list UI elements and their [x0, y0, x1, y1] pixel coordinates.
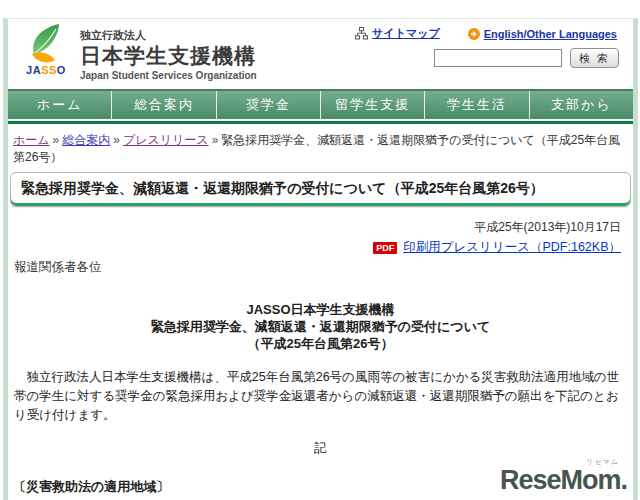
- org-name-label: 日本学生支援機構: [80, 44, 257, 68]
- nav-item-international-support[interactable]: 留学生支援: [320, 91, 424, 119]
- breadcrumb: ホーム»総合案内»プレスリリース»緊急採用奨学金、減額返還・返還期限猶予の受付に…: [8, 124, 633, 166]
- arrow-circle-icon: [468, 28, 480, 40]
- resemom-logo-text: ReseMom.: [500, 465, 627, 495]
- org-type-label: 独立行政法人: [80, 29, 257, 42]
- search-area: 検 索: [434, 48, 619, 68]
- jasso-logo-text: JASSO: [16, 65, 76, 75]
- header-utility-links: サイトマップ English/Other Languages: [355, 26, 617, 41]
- document-heading-line1: JASSO日本学生支援機構: [8, 302, 633, 319]
- document-heading-line3: （平成25年台風第26号）: [8, 336, 633, 353]
- org-name-english-label: Japan Student Services Organization: [80, 70, 257, 82]
- jasso-logo-icon: [23, 23, 69, 65]
- nav-item-scholarship[interactable]: 奨学金: [216, 91, 320, 119]
- page-container: JASSO 独立行政法人 日本学生支援機構 Japan Student Serv…: [3, 18, 638, 500]
- english-languages-link-label: English/Other Languages: [484, 28, 617, 40]
- breadcrumb-link-general-info[interactable]: 総合案内: [62, 133, 110, 147]
- document-heading-line2: 緊急採用奨学金、減額返還・返還期限猶予の受付について: [8, 319, 633, 336]
- resemom-watermark: リセマム ReseMom.: [500, 457, 627, 494]
- document-heading: JASSO日本学生支援機構 緊急採用奨学金、減額返還・返還期限猶予の受付について…: [8, 302, 633, 353]
- breadcrumb-separator: »: [212, 133, 219, 147]
- search-button[interactable]: 検 索: [570, 48, 619, 68]
- global-nav: ホーム 総合案内 奨学金 留学生支援 学生生活 支部から: [8, 89, 633, 119]
- jasso-logo[interactable]: JASSO: [16, 23, 76, 75]
- ki-marker: 記: [8, 440, 633, 457]
- nav-item-student-life[interactable]: 学生生活: [424, 91, 528, 119]
- breadcrumb-separator: »: [113, 133, 120, 147]
- sitemap-link-label: サイトマップ: [372, 26, 440, 41]
- search-input[interactable]: [434, 49, 562, 67]
- nav-item-general-info[interactable]: 総合案内: [111, 91, 215, 119]
- pdf-line: PDF 印刷用プレスリリース（PDF:162KB）: [8, 239, 633, 256]
- sitemap-icon: [355, 27, 368, 40]
- breadcrumb-separator: »: [53, 133, 60, 147]
- nav-item-branches[interactable]: 支部から: [529, 91, 633, 119]
- publish-date: 平成25年(2013年)10月17日: [8, 219, 633, 236]
- english-languages-link[interactable]: English/Other Languages: [468, 28, 617, 40]
- site-header: JASSO 独立行政法人 日本学生支援機構 Japan Student Serv…: [8, 19, 633, 89]
- breadcrumb-link-press-release[interactable]: プレスリリース: [123, 133, 209, 147]
- salutation: 報道関係者各位: [8, 259, 633, 276]
- org-names: 独立行政法人 日本学生支援機構 Japan Student Services O…: [80, 29, 257, 81]
- sitemap-link[interactable]: サイトマップ: [355, 26, 440, 41]
- document-body-paragraph: 独立行政法人日本学生支援機構は、平成25年台風第26号の風雨等の被害にかかる災害…: [8, 368, 633, 426]
- nav-item-home[interactable]: ホーム: [8, 91, 111, 119]
- page-title: 緊急採用奨学金、減額返還・返還期限猶予の受付について（平成25年台風第26号）: [10, 172, 631, 207]
- pdf-icon: PDF: [373, 242, 397, 254]
- press-release-pdf-link[interactable]: 印刷用プレスリリース（PDF:162KB）: [403, 239, 621, 256]
- breadcrumb-link-home[interactable]: ホーム: [13, 133, 50, 147]
